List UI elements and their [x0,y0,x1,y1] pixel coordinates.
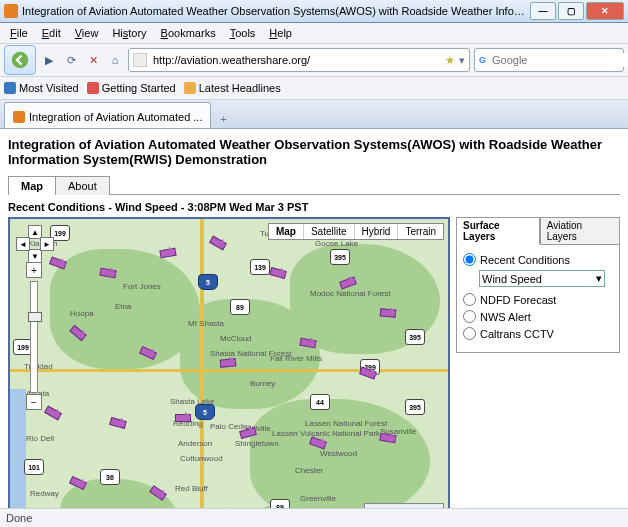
wind-arrow-icon [109,417,127,429]
label-recent: Recent Conditions [480,254,570,266]
dropdown-icon[interactable]: ▾ [459,54,465,67]
maptype-map[interactable]: Map [269,224,303,239]
place-label: Lassen National Forest [305,419,387,428]
tab-title: Integration of Aviation Automated ... [29,111,202,123]
reload-button[interactable]: ⟳ [62,51,80,69]
route-shield: 36 [100,469,120,485]
page-favicon-icon [133,53,147,67]
dropdown-variable[interactable]: Wind Speed▾ [479,270,605,287]
place-label: Etna [115,302,131,311]
place-label: Hoopa [70,309,94,318]
radio-nws[interactable] [463,310,476,323]
route-shield: 5 [198,274,218,290]
page-content: Integration of Aviation Automated Weathe… [0,129,628,527]
place-label: Modoc National Forest [310,289,390,298]
bookmark-getting-started[interactable]: Getting Started [87,82,176,94]
place-label: Greenville [300,494,336,503]
radio-recent-conditions[interactable] [463,253,476,266]
bookmark-most-visited[interactable]: Most Visited [4,82,79,94]
layers-panel: Surface Layers Aviation Layers Recent Co… [456,217,620,527]
zoom-in-button[interactable]: + [26,262,42,278]
map-type-selector: Map Satellite Hybrid Terrain [268,223,444,240]
route-shield: 44 [310,394,330,410]
url-bar[interactable]: ★ ▾ [128,48,470,72]
url-input[interactable] [151,53,441,67]
bookmark-latest-headlines[interactable]: Latest Headlines [184,82,281,94]
maptype-terrain[interactable]: Terrain [397,224,443,239]
wind-arrow-icon [359,367,377,380]
maximize-button[interactable]: ▢ [558,2,584,20]
place-label: Goose Lake [315,239,358,248]
svg-point-0 [12,52,29,69]
label-ndfd: NDFD Forecast [480,294,556,306]
route-shield: 139 [250,259,270,275]
close-button[interactable]: ✕ [586,2,624,20]
maptype-hybrid[interactable]: Hybrid [354,224,398,239]
place-label: Redway [30,489,59,498]
google-icon: G [479,55,486,65]
minimize-button[interactable]: — [530,2,556,20]
route-shield: 395 [405,329,425,345]
menu-tools[interactable]: Tools [224,25,262,41]
dropdown-value: Wind Speed [482,273,542,285]
label-nws: NWS Alert [480,311,531,323]
menu-edit[interactable]: Edit [36,25,67,41]
radio-cctv[interactable] [463,327,476,340]
route-shield: 5 [195,404,215,420]
search-input[interactable] [490,53,628,67]
menu-bar: File Edit View History Bookmarks Tools H… [0,23,628,44]
place-label: Anderson [178,439,212,448]
place-label: Fort Jones [123,282,161,291]
forward-button[interactable]: ▶ [40,51,58,69]
place-label: Chester [295,466,323,475]
firefox-icon [4,4,18,18]
zoom-out-button[interactable]: − [26,394,42,410]
pan-right-button[interactable]: ► [40,237,54,251]
wind-arrow-icon [220,358,237,367]
page-heading: Integration of Aviation Automated Weathe… [8,137,620,167]
window-titlebar: Integration of Aviation Automated Weathe… [0,0,628,23]
tab-map[interactable]: Map [8,176,56,195]
status-bar: Done [0,508,628,527]
map-subtitle: Recent Conditions - Wind Speed - 3:08PM … [8,201,620,213]
place-label: Fall River Mills [270,354,322,363]
wind-arrow-icon [269,267,287,279]
menu-file[interactable]: File [4,25,34,41]
label-cctv: Caltrans CCTV [480,328,554,340]
maptype-satellite[interactable]: Satellite [303,224,354,239]
menu-view[interactable]: View [69,25,105,41]
tab-surface-layers[interactable]: Surface Layers [456,217,540,245]
zoom-slider[interactable] [30,281,38,393]
zoom-handle[interactable] [28,312,42,322]
pan-left-button[interactable]: ◄ [16,237,30,251]
bookmark-star-icon[interactable]: ★ [445,54,455,67]
browser-tab[interactable]: Integration of Aviation Automated ... [4,102,211,128]
route-shield: 89 [230,299,250,315]
wind-arrow-icon [159,248,176,259]
route-shield: 395 [405,399,425,415]
menu-history[interactable]: History [106,25,152,41]
stop-button[interactable]: ✕ [84,51,102,69]
place-label: McCloud [220,334,252,343]
pan-down-button[interactable]: ▼ [28,249,42,263]
place-label: Burney [250,379,275,388]
back-button[interactable] [4,45,36,75]
place-label: Rio Dell [26,434,54,443]
tab-aviation-layers[interactable]: Aviation Layers [540,217,620,245]
radio-ndfd[interactable] [463,293,476,306]
search-bar[interactable]: G [474,48,624,72]
place-label: Mt Shasta [188,319,224,328]
route-shield: 395 [330,249,350,265]
wind-arrow-icon [209,236,227,251]
menu-help[interactable]: Help [263,25,298,41]
home-button[interactable]: ⌂ [106,51,124,69]
tab-bar: Integration of Aviation Automated ... + [0,100,628,129]
bookmarks-toolbar: Most Visited Getting Started Latest Head… [0,77,628,100]
menu-bookmarks[interactable]: Bookmarks [155,25,222,41]
map-canvas[interactable]: Klamath Hoopa Fort Jones Etna Arcata Tri… [8,217,450,527]
place-label: Lassen Volcanic National Park [272,429,380,438]
most-visited-icon [4,82,16,94]
place-label: Cottonwood [180,454,223,463]
tab-about[interactable]: About [55,176,110,195]
new-tab-button[interactable]: + [213,110,233,128]
